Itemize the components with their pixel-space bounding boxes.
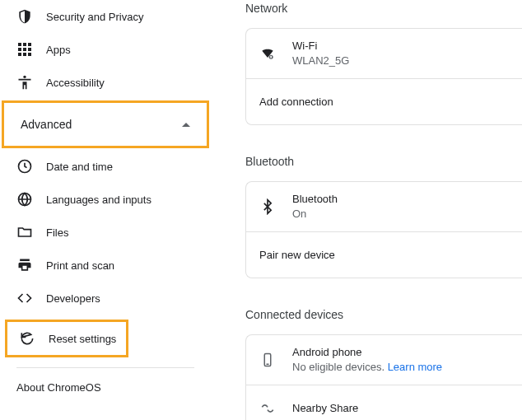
row-pair-device[interactable]: Pair new device xyxy=(246,231,522,278)
svg-rect-4 xyxy=(270,56,272,58)
section-title-connected: Connected devices xyxy=(245,308,522,321)
sidebar-item-label: Security and Privacy xyxy=(46,11,144,23)
svg-point-0 xyxy=(23,76,26,78)
apps-grid-icon xyxy=(16,41,33,58)
sidebar-item-apps[interactable]: Apps xyxy=(0,33,211,66)
section-title-bluetooth: Bluetooth xyxy=(245,155,522,168)
learn-more-link[interactable]: Learn more xyxy=(388,361,442,373)
bluetooth-title: Bluetooth xyxy=(292,192,338,207)
nearby-title: Nearby Share xyxy=(292,401,358,416)
highlight-advanced: Advanced xyxy=(2,100,209,148)
phone-icon xyxy=(259,352,276,368)
sidebar-item-languages[interactable]: Languages and inputs xyxy=(0,183,211,216)
row-nearby-share[interactable]: Nearby Share xyxy=(246,385,522,420)
sidebar-item-date-time[interactable]: Date and time xyxy=(0,150,211,183)
reset-icon xyxy=(19,330,35,347)
sidebar-item-label: Developers xyxy=(46,292,100,305)
clock-icon xyxy=(16,158,33,175)
bluetooth-status: On xyxy=(292,207,338,222)
globe-icon xyxy=(16,191,33,208)
highlight-reset: Reset settings xyxy=(5,320,128,357)
phone-status: No eligible devices. Learn more xyxy=(292,360,442,375)
code-icon xyxy=(16,290,33,306)
row-wifi[interactable]: Wi-Fi WLAN2_5G xyxy=(246,29,522,78)
phone-title: Android phone xyxy=(292,345,442,360)
bluetooth-card: Bluetooth On Pair new device xyxy=(245,181,522,278)
network-card: Wi-Fi WLAN2_5G Add connection xyxy=(245,28,522,125)
chevron-up-icon xyxy=(182,123,190,127)
folder-icon xyxy=(16,224,33,240)
sidebar-item-label: Reset settings xyxy=(49,333,116,345)
printer-icon xyxy=(16,257,33,273)
sidebar-item-accessibility[interactable]: Accessibility xyxy=(0,66,211,99)
wifi-icon xyxy=(259,45,276,62)
sidebar-item-reset-settings[interactable]: Reset settings xyxy=(7,322,126,355)
wifi-status: WLAN2_5G xyxy=(292,54,349,68)
sidebar-advanced-toggle[interactable]: Advanced xyxy=(4,108,207,141)
sidebar-item-label: Files xyxy=(46,226,68,239)
nearby-share-icon xyxy=(259,400,276,417)
settings-sidebar: Security and Privacy Apps Accessibility … xyxy=(0,0,211,420)
sidebar-item-developers[interactable]: Developers xyxy=(0,282,211,315)
sidebar-item-security[interactable]: Security and Privacy xyxy=(0,0,211,33)
row-android-phone[interactable]: Android phone No eligible devices. Learn… xyxy=(246,335,522,385)
sidebar-item-label: Apps xyxy=(46,44,71,56)
advanced-label: Advanced xyxy=(21,118,72,131)
bluetooth-icon xyxy=(259,198,276,215)
add-connection-label: Add connection xyxy=(259,96,333,108)
sidebar-item-label: Accessibility xyxy=(46,77,105,89)
sidebar-item-print-scan[interactable]: Print and scan xyxy=(0,249,211,282)
pair-device-label: Pair new device xyxy=(259,249,335,261)
settings-main: Network Wi-Fi WLAN2_5G Add connection Bl… xyxy=(211,0,522,420)
accessibility-icon xyxy=(16,74,33,91)
row-add-connection[interactable]: Add connection xyxy=(246,78,522,124)
shield-icon xyxy=(16,8,33,25)
sidebar-item-label: Date and time xyxy=(46,161,113,173)
connected-card: Android phone No eligible devices. Learn… xyxy=(245,334,522,420)
sidebar-item-files[interactable]: Files xyxy=(0,216,211,249)
sidebar-item-label: Languages and inputs xyxy=(46,194,151,206)
section-title-network: Network xyxy=(245,2,522,15)
row-bluetooth[interactable]: Bluetooth On xyxy=(246,182,522,231)
wifi-title: Wi-Fi xyxy=(292,39,349,54)
sidebar-item-about[interactable]: About ChromeOS xyxy=(0,368,211,394)
sidebar-item-label: Print and scan xyxy=(46,259,114,272)
